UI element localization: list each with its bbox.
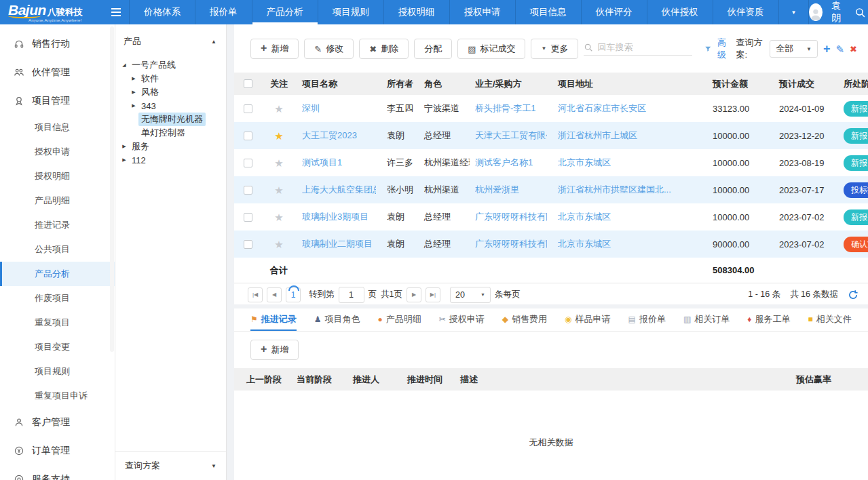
tree-caret-icon[interactable]: ▶ <box>119 157 129 163</box>
add-button[interactable]: +新增 <box>250 39 299 59</box>
row-checkbox[interactable] <box>244 240 252 249</box>
tab-related-orders[interactable]: ▥相关订单 <box>683 308 730 331</box>
project-name-link[interactable]: 深圳 <box>302 102 376 115</box>
filter-funnel-icon[interactable] <box>704 44 712 54</box>
favorite-star-icon[interactable]: ★ <box>274 239 283 249</box>
sidebar-item[interactable]: 重复项目申诉 <box>0 384 115 408</box>
top-nav-item[interactable]: 报价单 <box>195 0 252 24</box>
tree-node[interactable]: 无悔牌时光机器 <box>119 113 223 126</box>
column-header[interactable]: 角色 <box>419 78 470 90</box>
sidebar-group[interactable]: 销售行动 <box>0 30 115 58</box>
column-header[interactable]: 关注 <box>261 78 297 90</box>
row-checkbox[interactable] <box>244 132 252 140</box>
column-header[interactable]: 预计金额 <box>707 78 774 90</box>
favorite-star-icon[interactable]: ★ <box>274 158 283 168</box>
tree-node[interactable]: ▶112 <box>119 153 223 167</box>
top-nav-item[interactable]: 项目信息 <box>515 0 581 24</box>
sidebar-group[interactable]: 伙伴管理 <box>0 58 115 87</box>
table-row[interactable]: ★深圳李五四宁波渠道桥头排骨-李工1河北省石家庄市长安区33123.002024… <box>234 95 868 122</box>
assign-button[interactable]: 分配 <box>414 39 452 59</box>
add-plan-icon[interactable]: + <box>823 43 831 55</box>
more-button[interactable]: ▼更多 <box>531 39 578 59</box>
edit-button[interactable]: ✎修改 <box>304 39 354 59</box>
page-size-select[interactable]: 20 ▼ <box>450 287 491 303</box>
tab-progress-records[interactable]: ⚑推进记录 <box>250 308 297 331</box>
mark-deal-button[interactable]: ▨标记成交 <box>457 39 525 59</box>
project-name-link[interactable]: 上海大大航空集团总部大楼... <box>302 184 376 196</box>
top-nav-item[interactable]: 授权明细 <box>383 0 449 24</box>
sidebar-item[interactable]: 推进记录 <box>0 213 115 237</box>
tree-caret-icon[interactable]: ▶ <box>129 76 138 81</box>
tab-service-tickets[interactable]: ♦服务工单 <box>747 308 790 331</box>
tree-node[interactable]: ◢一号产品线 <box>119 58 223 72</box>
edit-plan-icon[interactable]: ✎ <box>836 44 845 54</box>
column-header[interactable]: 所有者 <box>381 78 419 90</box>
top-nav-item[interactable]: 伙伴评分 <box>581 0 647 24</box>
advanced-search-link[interactable]: 高级 <box>717 37 731 61</box>
row-checkbox[interactable] <box>244 104 252 113</box>
tab-quotations[interactable]: ▤报价单 <box>628 308 666 331</box>
goto-page-input[interactable] <box>339 287 364 303</box>
row-checkbox[interactable] <box>244 159 252 167</box>
row-checkbox[interactable] <box>244 186 252 195</box>
sidebar-group[interactable]: 服务支持 <box>0 465 115 480</box>
address-link[interactable]: 北京市东城区 <box>558 238 702 250</box>
sidebar-item[interactable]: 项目规则 <box>0 359 115 384</box>
tree-node[interactable]: ▶软件 <box>119 72 223 85</box>
column-header[interactable]: 项目名称 <box>297 78 381 90</box>
collapse-up-icon[interactable]: ▲ <box>211 39 216 45</box>
address-link[interactable]: 北京市东城区 <box>558 211 702 223</box>
column-header[interactable]: 业主/采购方 <box>470 78 552 90</box>
tree-caret-icon[interactable]: ▶ <box>129 103 138 108</box>
favorite-star-icon[interactable]: ★ <box>274 104 283 114</box>
current-page-button[interactable]: 1 <box>286 287 301 302</box>
sidebar-group[interactable]: 项目管理 <box>0 87 115 115</box>
tree-node[interactable]: ▶风格 <box>119 85 223 99</box>
column-header[interactable]: 项目地址 <box>552 78 707 90</box>
favorite-star-icon[interactable]: ★ <box>274 212 283 222</box>
next-page-button[interactable]: ▶ <box>407 287 421 302</box>
tab-sales-expenses[interactable]: ◆销售费用 <box>502 308 547 331</box>
table-row[interactable]: ★玻璃制业二期项目袁朗总经理广东呀呀呀科技有限...北京市东城区90000.00… <box>234 231 868 258</box>
project-name-link[interactable]: 玻璃制业3期项目 <box>302 211 376 223</box>
project-name-link[interactable]: 大王工贸2023 <box>302 129 376 142</box>
sidebar-item[interactable]: 公共项目 <box>0 237 115 262</box>
delete-plan-icon[interactable]: ✖ <box>850 45 857 54</box>
column-header[interactable]: 所处阶段 <box>838 78 868 90</box>
first-page-button[interactable]: |◀ <box>248 287 263 302</box>
sidebar-item[interactable]: 项目变更 <box>0 335 115 359</box>
user-name[interactable]: 袁朗 <box>831 0 846 24</box>
sidebar-item[interactable]: 产品分析 <box>0 262 115 286</box>
address-link[interactable]: 河北省石家庄市长安区 <box>558 102 702 115</box>
top-nav-item[interactable]: 授权申请 <box>449 0 515 24</box>
sidebar-item[interactable]: 产品明细 <box>0 188 115 213</box>
search-input[interactable] <box>597 42 692 52</box>
project-name-link[interactable]: 测试项目1 <box>302 157 376 169</box>
tab-project-roles[interactable]: ♟项目角色 <box>314 308 360 331</box>
address-link[interactable]: 北京市东城区 <box>558 157 702 169</box>
buyer-link[interactable]: 桥头排骨-李工1 <box>475 102 547 115</box>
table-row[interactable]: ★玻璃制业3期项目袁朗总经理广东呀呀呀科技有限...北京市东城区10000.00… <box>234 203 868 231</box>
top-nav-item[interactable]: 伙伴资质 <box>713 0 778 24</box>
tree-node[interactable]: 单灯控制器 <box>119 126 223 140</box>
query-plan-select[interactable]: 全部 ▼ <box>770 40 818 58</box>
sidebar-group[interactable]: 订单管理 <box>0 437 115 465</box>
tab-sample-requests[interactable]: ◉样品申请 <box>565 308 610 331</box>
column-header[interactable]: 预计成交 <box>774 78 838 90</box>
sidebar-item[interactable]: 授权明细 <box>0 164 115 188</box>
menu-toggle-icon[interactable] <box>103 0 129 24</box>
query-plan-footer[interactable]: 查询方案 ▼ <box>115 451 226 480</box>
tree-node[interactable]: ▶343 <box>119 99 223 113</box>
address-link[interactable]: 浙江省杭州市上城区 <box>558 129 702 142</box>
favorite-star-icon[interactable]: ★ <box>274 131 283 141</box>
sidebar-item[interactable]: 重复项目 <box>0 311 115 335</box>
buyer-link[interactable]: 杭州爱浙里 <box>475 184 547 196</box>
address-link[interactable]: 浙江省杭州市拱墅区建国北... <box>558 184 702 196</box>
tab-authorization-requests[interactable]: ✂授权申请 <box>439 308 485 331</box>
top-nav-item[interactable]: 项目规则 <box>318 0 383 24</box>
select-all-checkbox[interactable] <box>244 79 252 88</box>
buyer-link[interactable]: 测试客户名称1 <box>475 157 547 169</box>
top-nav-item[interactable]: 产品分析 <box>252 0 318 24</box>
buyer-link[interactable]: 天津大王工贸有限公司 <box>475 129 547 142</box>
buyer-link[interactable]: 广东呀呀呀科技有限... <box>475 238 547 250</box>
